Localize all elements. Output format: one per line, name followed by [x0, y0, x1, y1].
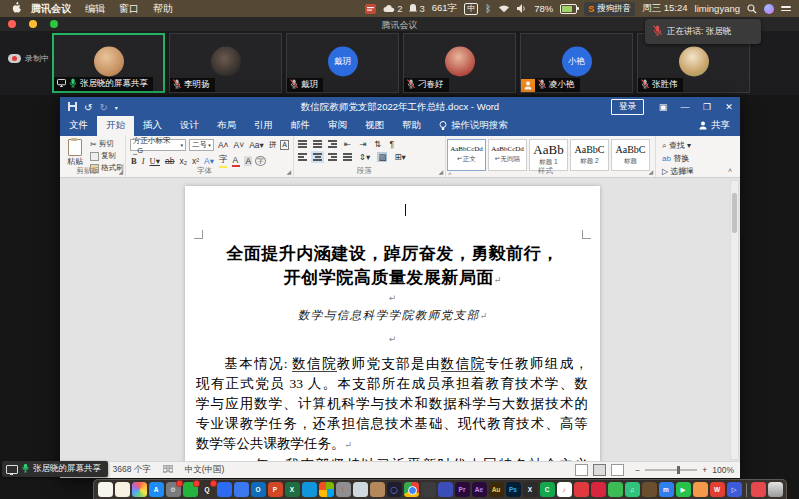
video-tile-戴玥[interactable]: 戴玥戴玥	[286, 33, 399, 93]
web-layout-button[interactable]	[611, 464, 624, 476]
find-button[interactable]: ⌕ 查找 ▾	[662, 140, 710, 151]
dock-parallels-windows-icon[interactable]	[319, 482, 334, 497]
shrink-font-button[interactable]: A˅	[233, 140, 246, 150]
qat-customize-button[interactable]: ▾	[115, 104, 118, 111]
dock-premiere-icon[interactable]: Pr	[455, 482, 470, 497]
dock-garageband-icon[interactable]	[642, 482, 657, 497]
dock-powerpoint-icon[interactable]: P	[268, 482, 283, 497]
paragraph-dialog-launcher[interactable]: ◢	[438, 168, 443, 175]
dock-display-alert-icon[interactable]: !	[336, 482, 351, 497]
control-center-icon[interactable]	[781, 6, 791, 11]
bluetooth-icon[interactable]: ᛒ	[485, 3, 491, 14]
font-dialog-launcher[interactable]: ◢	[286, 168, 291, 175]
proofing-icon[interactable]	[163, 465, 173, 475]
zoom-in-button[interactable]: +	[702, 465, 707, 475]
document-page[interactable]: 全面提升内涵建设，踔厉奋发，勇毅前行， 开创学院高质量发展新局面↵ ↵ 数学与信…	[185, 186, 600, 462]
superscript-button[interactable]: x²	[191, 156, 200, 166]
tab-视图[interactable]: 视图	[356, 116, 393, 136]
dock-final-cut-icon[interactable]	[421, 482, 436, 497]
text-effects-button[interactable]: A▾	[203, 156, 215, 166]
subscript-button[interactable]: x₂	[178, 156, 188, 166]
menu-edit[interactable]: 编辑	[85, 2, 105, 16]
sogou-input-indicator[interactable]: S搜狗拼音	[584, 2, 635, 16]
align-right-button[interactable]	[328, 153, 337, 161]
tab-插入[interactable]: 插入	[134, 116, 171, 136]
vertical-scrollbar[interactable]	[730, 180, 739, 460]
redo-button[interactable]: ↻	[99, 102, 107, 113]
cut-button[interactable]: ✂剪切	[90, 139, 124, 149]
grow-font-button[interactable]: A˄	[217, 140, 230, 150]
dock-wechat-icon[interactable]	[183, 482, 198, 497]
share-button[interactable]: 共享	[689, 116, 740, 136]
dock-xmind-icon[interactable]: X	[523, 482, 538, 497]
font-size-combo[interactable]: 二号▾	[189, 139, 214, 151]
user-menu[interactable]: limingyang	[695, 3, 740, 14]
video-tile-张居晓的屏幕共享[interactable]: 张居晓的屏幕共享	[52, 33, 165, 93]
dock-after-effects-icon[interactable]: Ae	[472, 482, 487, 497]
tell-me-search[interactable]: 操作说明搜索	[430, 116, 517, 136]
copy-button[interactable]: 复制	[90, 151, 124, 161]
dock-wecom-icon[interactable]	[234, 482, 249, 497]
tab-帮助[interactable]: 帮助	[393, 116, 430, 136]
bullets-button[interactable]	[298, 140, 307, 148]
character-border-button[interactable]: A	[280, 140, 289, 150]
pdf-tool-icon[interactable]	[365, 4, 376, 14]
dock-red-book-icon[interactable]	[591, 482, 606, 497]
dock-photos-icon[interactable]	[132, 482, 147, 497]
screen-share-badge[interactable]: 张居晓的屏幕共享	[2, 461, 108, 477]
italic-button[interactable]: I	[141, 156, 146, 166]
multilevel-list-button[interactable]	[328, 140, 337, 148]
word-count-status[interactable]: 661字	[432, 2, 457, 15]
dock-tencent-docs-icon[interactable]	[217, 482, 232, 497]
cloud-status-icon[interactable]: 2	[383, 3, 402, 14]
borders-button[interactable]: ⊞▾	[393, 152, 406, 162]
clipboard-dialog-launcher[interactable]: ◢	[118, 168, 123, 175]
dock-outlook-icon[interactable]: O	[251, 482, 266, 497]
tab-开始[interactable]: 开始	[97, 116, 134, 136]
dock-system-preferences-icon[interactable]: ⚙	[166, 482, 181, 497]
line-spacing-button[interactable]: ⇕▾	[358, 152, 371, 162]
dock-cloud-m-icon[interactable]: m	[659, 482, 674, 497]
clock[interactable]: 周三 15:24	[642, 2, 687, 15]
ribbon-display-options-button[interactable]: ▣	[652, 97, 674, 117]
change-case-button[interactable]: Aa▾	[248, 140, 265, 150]
dock-camera-app-icon[interactable]	[693, 482, 708, 497]
minimize-button[interactable]: —	[674, 97, 696, 117]
volume-icon[interactable]	[517, 4, 527, 13]
dock-app-store-icon[interactable]: A	[149, 482, 164, 497]
siri-icon[interactable]	[764, 4, 774, 14]
tab-设计[interactable]: 设计	[171, 116, 208, 136]
sort-button[interactable]: ⇅	[373, 139, 382, 149]
tab-文件[interactable]: 文件	[60, 116, 97, 136]
restore-button[interactable]: ❐	[696, 97, 718, 117]
dock-camtasia-icon[interactable]: C	[540, 482, 555, 497]
zoom-percent[interactable]: 100%	[712, 465, 734, 475]
scrollbar-thumb[interactable]	[732, 193, 737, 233]
language-status[interactable]: 中文(中国)	[185, 464, 225, 476]
dock-itunes-music-icon[interactable]: ♪	[557, 482, 572, 497]
menu-help[interactable]: 帮助	[153, 2, 173, 16]
print-layout-button[interactable]	[593, 464, 606, 476]
dock-preview-image-icon[interactable]	[353, 482, 368, 497]
bold-button[interactable]: B	[130, 156, 138, 166]
menu-window[interactable]: 窗口	[119, 2, 139, 16]
dock-obsidian-icon[interactable]: ◯	[387, 482, 402, 497]
styles-dialog-launcher[interactable]: ◢	[648, 168, 653, 175]
tab-审阅[interactable]: 审阅	[319, 116, 356, 136]
dock-excel-icon[interactable]: X	[285, 482, 300, 497]
paste-button[interactable]: 粘贴	[60, 136, 90, 167]
phonetic-guide-button[interactable]: 拼	[268, 140, 278, 150]
read-mode-button[interactable]	[575, 464, 588, 476]
zoom-slider-thumb[interactable]	[677, 466, 680, 474]
underline-button[interactable]: U▾	[149, 156, 161, 166]
tab-布局[interactable]: 布局	[208, 116, 245, 136]
character-shading-button[interactable]: A	[244, 156, 252, 166]
tab-引用[interactable]: 引用	[245, 116, 282, 136]
enclose-character-button[interactable]: 字	[255, 156, 266, 166]
dock-photoshop-icon[interactable]: Ps	[506, 482, 521, 497]
close-button[interactable]: ✕	[718, 97, 740, 117]
increase-indent-button[interactable]: ⇥	[358, 139, 367, 149]
video-tile-李明扬[interactable]: 李明扬	[169, 33, 282, 93]
dock-qq-music-icon[interactable]: ♫	[625, 482, 640, 497]
align-left-button[interactable]	[298, 153, 307, 161]
